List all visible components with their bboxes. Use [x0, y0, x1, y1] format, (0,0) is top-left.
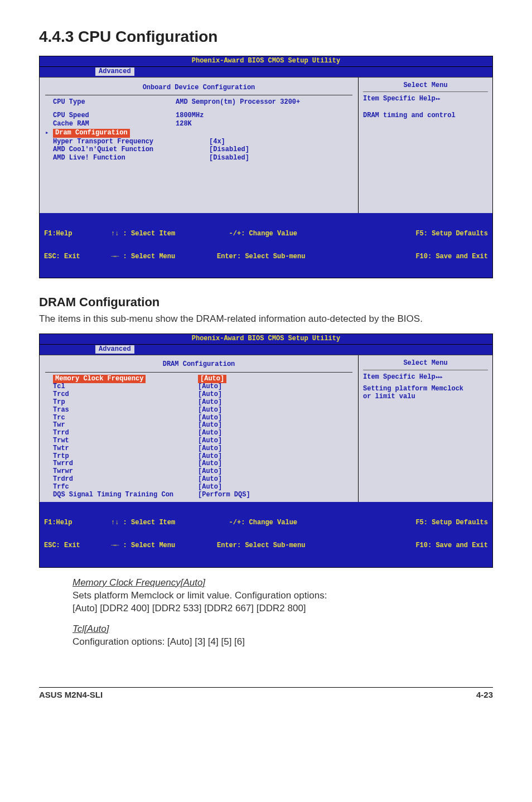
setting-value: [Auto] [198, 476, 352, 484]
setting-label: Twrwr [53, 468, 198, 476]
footer-esc: ESC: Exit [44, 253, 105, 261]
table-row[interactable]: Trfc[Auto] [45, 484, 352, 491]
cnq-value: [Disabled] [209, 146, 249, 154]
dram-heading: DRAM Configuration [39, 295, 493, 310]
memclock-label: Memory Clock Frequency [53, 375, 146, 384]
defn-memclock: Memory Clock Frequency[Auto] Sets platfo… [72, 577, 493, 615]
footer-f1: F1:Help [44, 230, 105, 238]
table-row[interactable]: Twrwr[Auto] [45, 468, 352, 476]
updown-arrow-icon2 [111, 519, 119, 526]
defn-memclock-term: Memory Clock Frequency[Auto] [72, 577, 493, 590]
bios-footer: F1:Help ESC: Exit : Select Item : Select… [40, 213, 492, 278]
cpu-speed-label: CPU Speed [53, 112, 176, 120]
footer-select-item: : Select Item [111, 230, 211, 238]
table-row[interactable]: Trc[Auto] [45, 414, 352, 422]
live-label: AMD Live! Function [53, 154, 209, 162]
defn-tcl-term: Tcl[Auto] [72, 623, 493, 636]
table-row[interactable]: DQS Signal Timing Training Con[Perform D… [45, 491, 352, 499]
row-cpu-type: CPU Type AMD Sempron(tm) Processor 3200+ [45, 99, 352, 107]
bios-main2: DRAM Configuration Memory Clock Frequenc… [40, 355, 492, 503]
footer2-f1: F1:Help [44, 519, 105, 527]
submenu-triangle-icon: ▸ [45, 129, 53, 137]
setting-value: [Auto] [198, 399, 352, 407]
select-menu-header: Select Menu [363, 82, 488, 93]
dram-config-label: Dram Configuration [53, 129, 130, 138]
bios-main: Onboard Device Configuration CPU Type AM… [40, 78, 492, 213]
table-row[interactable]: Trwt[Auto] [45, 437, 352, 445]
setting-value: [Auto] [198, 429, 352, 437]
footer2-enter: Enter: Select Sub-menu [217, 542, 340, 550]
bios-screenshot-dram: Phoenix-Award BIOS CMOS Setup Utility Ad… [39, 334, 493, 568]
help-body: DRAM timing and control [363, 112, 488, 120]
footer2-select-item: : Select Item [111, 519, 211, 527]
live-value: [Disabled] [209, 154, 249, 162]
setting-label: Twtr [53, 445, 198, 453]
table-row[interactable]: Twrrd[Auto] [45, 460, 352, 468]
defn-memclock-line1: Sets platform Memclock or limit value. C… [72, 590, 493, 602]
setting-label: Trcd [53, 391, 198, 399]
table-row[interactable]: Trrd[Auto] [45, 429, 352, 437]
setting-label: Trrd [53, 429, 198, 437]
help-arrows-icon [436, 95, 440, 103]
section-heading: 4.4.3 CPU Configuration [39, 28, 493, 46]
footer-left: ASUS M2N4-SLI [39, 690, 103, 699]
setting-label: Trp [53, 399, 198, 407]
setting-label: Trwt [53, 437, 198, 445]
bios-right-panel: Select Menu Item Specific Help DRAM timi… [359, 78, 492, 213]
footer-enter: Enter: Select Sub-menu [217, 253, 340, 261]
footer2-f5: F5: Setup Defaults [415, 519, 488, 527]
tab-advanced: Advanced [95, 67, 134, 76]
footer2-select-menu: : Select Menu [111, 542, 211, 550]
table-row[interactable]: Twtr[Auto] [45, 445, 352, 453]
row-live[interactable]: AMD Live! Function [Disabled] [45, 154, 352, 162]
dram-body: The items in this sub-menu show the DRAM… [39, 313, 493, 326]
tab-advanced2: Advanced [95, 345, 134, 354]
help-body2-line1: Setting platform Memclock [363, 385, 488, 393]
cnq-label: AMD Cool'n'Quiet Function [53, 146, 209, 154]
table-row[interactable]: Trcd[Auto] [45, 391, 352, 399]
bios-tabbar: Advanced [40, 66, 492, 77]
setting-value: [Auto] [198, 460, 352, 468]
bios-title2: Phoenix-Award BIOS CMOS Setup Utility [40, 334, 492, 344]
panel-title2: DRAM Configuration [45, 359, 352, 372]
setting-label: Tcl [53, 383, 198, 391]
leftright-arrow-icon [111, 253, 119, 260]
select-menu-header2: Select Menu [363, 360, 488, 370]
updown-arrow-icon [111, 230, 119, 238]
help-arrows-icon2 [436, 373, 442, 381]
table-row[interactable]: Trtp[Auto] [45, 453, 352, 461]
panel-title: Onboard Device Configuration [45, 82, 352, 95]
defn-tcl-body: Configuration options: [Auto] [3] [4] [5… [72, 636, 493, 649]
cpu-speed-value: 1800MHz [176, 112, 270, 120]
bios-left-panel: Onboard Device Configuration CPU Type AM… [40, 78, 359, 213]
setting-value: [Auto] [198, 414, 352, 422]
table-row[interactable]: Twr[Auto] [45, 422, 352, 429]
page-footer: ASUS M2N4-SLI 4-23 [39, 687, 493, 699]
setting-label: Trtp [53, 453, 198, 461]
cache-value: 128K [176, 120, 270, 128]
setting-value: [Auto] [198, 422, 352, 429]
setting-value: [Auto] [198, 468, 352, 476]
setting-label: Trdrd [53, 476, 198, 484]
footer2-f10: F10: Save and Exit [415, 542, 488, 550]
table-row[interactable]: Tcl[Auto] [45, 383, 352, 391]
setting-value: [Perform DQS] [198, 491, 352, 499]
setting-value: [Auto] [198, 445, 352, 453]
setting-label: Twr [53, 422, 198, 429]
row-memclock[interactable]: Memory Clock Frequency [Auto] [45, 375, 352, 384]
setting-value: [Auto] [198, 391, 352, 399]
row-hyper[interactable]: Hyper Transport Frequency [4x] [45, 138, 352, 146]
footer2-esc: ESC: Exit [44, 542, 105, 550]
row-cnq[interactable]: AMD Cool'n'Quiet Function [Disabled] [45, 146, 352, 154]
row-dram-config[interactable]: ▸ Dram Configuration [45, 129, 352, 138]
table-row[interactable]: Trdrd[Auto] [45, 476, 352, 484]
bios-left-panel2: DRAM Configuration Memory Clock Frequenc… [40, 355, 359, 503]
row-cpu-speed: CPU Speed 1800MHz [45, 112, 352, 120]
leftright-arrow-icon2 [111, 542, 119, 549]
memclock-value: [Auto] [198, 375, 226, 384]
table-row[interactable]: Trp[Auto] [45, 399, 352, 407]
footer-f5: F5: Setup Defaults [415, 230, 488, 238]
setting-label: DQS Signal Timing Training Con [53, 491, 198, 499]
cpu-type-value: AMD Sempron(tm) Processor 3200+ [176, 99, 300, 107]
table-row[interactable]: Tras[Auto] [45, 407, 352, 414]
